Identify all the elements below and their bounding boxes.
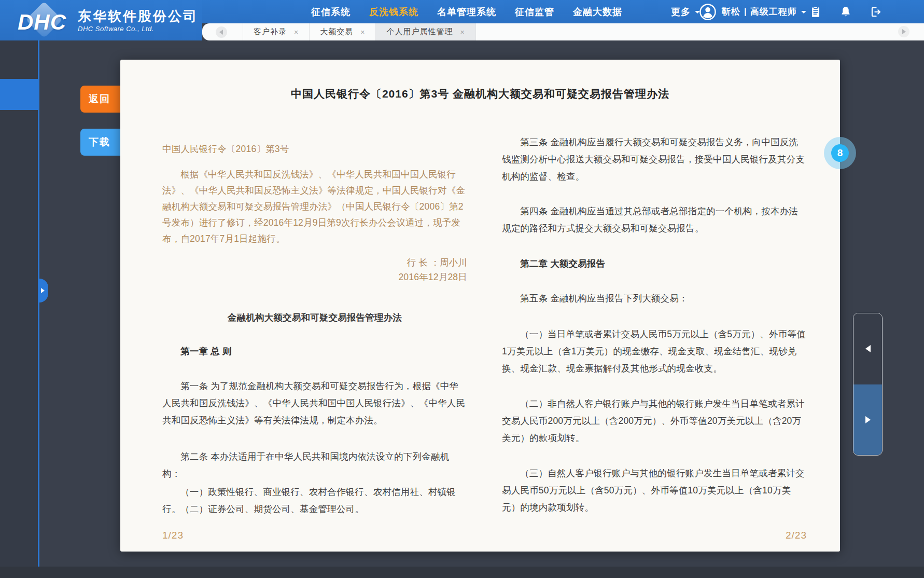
bell-icon[interactable] <box>839 5 852 19</box>
user-name: 靳松 <box>722 6 740 18</box>
article-3: 第三条 金融机构应当履行大额交易和可疑交易报告义务，向中国反洗钱监测分析中心报送… <box>502 134 807 185</box>
regulation-heading: 金融机构大额交易和可疑交易报告管理办法 <box>162 309 467 326</box>
page-navigation <box>853 313 883 456</box>
user-menu[interactable]: 靳松 | 高级工程师 <box>699 0 806 23</box>
nav-label: 征信监管 <box>515 6 554 18</box>
page-number-left: 1/23 <box>162 527 467 544</box>
nav-label: 征信系统 <box>311 6 351 18</box>
article-5-item-2: （二）非自然人客户银行账户与其他的银行账户发生当日单笔或者累计交易人民币200万… <box>502 395 807 447</box>
nav-label: 反洗钱系统 <box>369 6 418 18</box>
sidebar <box>0 40 38 567</box>
clipboard-icon[interactable] <box>809 5 822 19</box>
logo-block: DHC 东华软件股份公司 DHC Software Co., Ltd. <box>0 0 202 40</box>
logo-dhc-text: DHC <box>18 10 66 35</box>
sidebar-accent-line <box>38 40 39 567</box>
article-2: 第二条 本办法适用于在中华人民共和国境内依法设立的下列金融机构： <box>162 448 467 483</box>
header-actions <box>809 0 883 23</box>
chevron-down-icon <box>801 11 806 16</box>
user-role: 高级工程师 <box>750 6 797 18</box>
page-number-right: 2/23 <box>502 527 807 544</box>
tab-scroll-left-icon[interactable] <box>216 26 227 38</box>
nav-item-more[interactable]: 更多 <box>671 6 700 18</box>
decree-number: 中国人民银行令〔2016〕第3号 <box>162 141 467 158</box>
nav-label: 更多 <box>671 6 691 18</box>
tab-bar: 客户补录 × 大额交易 × 个人用户属性管理 × <box>202 23 924 40</box>
sidebar-expand-handle[interactable] <box>39 279 48 302</box>
tab-personal-user-attributes[interactable]: 个人用户属性管理 × <box>375 23 475 40</box>
nav-item-credit-system[interactable]: 征信系统 <box>311 6 351 18</box>
main-nav: 征信系统 反洗钱系统 名单管理系统 征信监管 金融大数据 更多 <box>311 0 700 23</box>
bottom-bar <box>0 567 924 578</box>
article-5-item-3: （三）自然人客户银行账户与其他的银行账户发生当日单笔或者累计交易人民币50万元以… <box>502 465 807 516</box>
article-5: 第五条 金融机构应当报告下列大额交易： <box>502 290 807 307</box>
logo-text-group: 东华软件股份公司 DHC Software Co., Ltd. <box>78 8 198 33</box>
sidebar-active-highlight <box>0 79 39 110</box>
nav-item-list-management[interactable]: 名单管理系统 <box>437 6 496 18</box>
logout-icon[interactable] <box>869 5 883 19</box>
chevron-right-icon <box>865 416 874 423</box>
chapter-2-heading: 第二章 大额交易报告 <box>502 255 807 272</box>
avatar-icon <box>699 3 717 21</box>
chevron-right-icon <box>902 29 908 34</box>
nav-item-aml-system[interactable]: 反洗钱系统 <box>369 6 418 18</box>
tab-customer-supplement[interactable]: 客户补录 × <box>243 23 309 40</box>
tab-label: 大额交易 <box>320 27 353 37</box>
article-4: 第四条 金融机构应当通过其总部或者总部指定的一个机构，按本办法规定的路径和方式提… <box>502 203 807 237</box>
close-icon[interactable]: × <box>360 29 365 36</box>
nav-item-big-data[interactable]: 金融大数据 <box>573 6 622 18</box>
nav-label: 名单管理系统 <box>437 6 496 18</box>
decree-signer: 行 长 ：周小川 <box>162 255 467 271</box>
close-icon[interactable]: × <box>294 29 299 36</box>
next-page-button[interactable] <box>853 384 882 456</box>
chevron-left-icon <box>862 345 871 352</box>
chapter-1-heading: 第一章 总 则 <box>162 343 467 360</box>
chevron-left-icon <box>217 30 223 35</box>
document-viewer[interactable]: 中国人民银行令〔2016〕第3号 金融机构大额交易和可疑交易报告管理办法 中国人… <box>120 60 840 552</box>
document-title: 中国人民银行令〔2016〕第3号 金融机构大额交易和可疑交易报告管理办法 <box>120 87 840 101</box>
article-5-item-1: （一）当日单笔或者累计交易人民币5万元以上（含5万元）、外币等值1万美元以上（含… <box>502 326 807 377</box>
back-button[interactable]: 返回 <box>80 86 125 113</box>
previous-page-button[interactable] <box>853 313 882 384</box>
company-subtitle: DHC Software Co., Ltd. <box>78 25 198 33</box>
nav-item-credit-supervision[interactable]: 征信监管 <box>515 6 554 18</box>
badge-count: 8 <box>831 144 849 162</box>
nav-label: 金融大数据 <box>573 6 622 18</box>
tab-scroll-right-icon[interactable] <box>898 26 909 37</box>
tab-label: 客户补录 <box>254 27 287 37</box>
app-window: DHC 东华软件股份公司 DHC Software Co., Ltd. 征信系统… <box>0 0 924 578</box>
tab-label: 个人用户属性管理 <box>386 27 453 37</box>
download-button[interactable]: 下载 <box>80 129 125 156</box>
user-divider: | <box>744 7 747 17</box>
chevron-right-icon <box>41 288 47 293</box>
article-1: 第一条 为了规范金融机构大额交易和可疑交易报告行为，根据《中华人民共和国反洗钱法… <box>162 378 467 429</box>
dhc-logo: DHC <box>18 4 72 37</box>
article-2-item-2: （二）证券公司、期货公司、基金管理公司。 <box>162 501 467 518</box>
tabs: 客户补录 × 大额交易 × 个人用户属性管理 × <box>243 23 476 40</box>
decree-preamble: 根据《中华人民共和国反洗钱法》、《中华人民共和国中国人民银行法》、《中华人民共和… <box>162 167 467 247</box>
tab-large-transactions[interactable]: 大额交易 × <box>309 23 375 40</box>
notification-badge[interactable]: 8 <box>824 137 856 169</box>
close-icon[interactable]: × <box>460 29 465 36</box>
decree-sign-date: 2016年12月28日 <box>162 269 467 285</box>
company-name: 东华软件股份公司 <box>78 8 198 24</box>
